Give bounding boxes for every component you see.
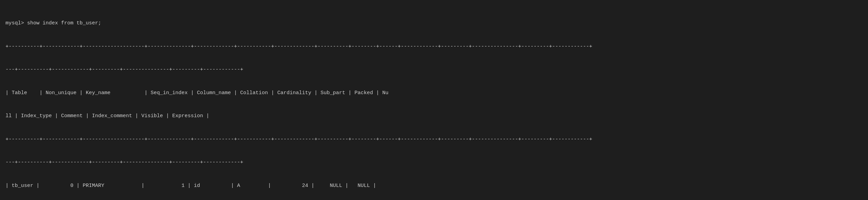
header-row-2: ll | Index_type | Comment | Index_commen… [5, 112, 863, 120]
separator-top: +----------+------------+---------------… [5, 43, 863, 51]
header-row-1: | Table | Non_unique | Key_name | Seq_in… [5, 89, 863, 97]
separator-top-cont: ---+----------+------------+---------+--… [5, 66, 863, 74]
separator-mid-cont: ---+----------+------------+---------+--… [5, 159, 863, 167]
command-line: mysql> show index from tb_user; [5, 20, 863, 27]
data-row-1a: | tb_user | 0 | PRIMARY | 1 | id | A | 2… [5, 182, 863, 190]
separator-mid: +----------+------------+---------------… [5, 136, 863, 144]
terminal-output: mysql> show index from tb_user; +-------… [5, 4, 863, 200]
